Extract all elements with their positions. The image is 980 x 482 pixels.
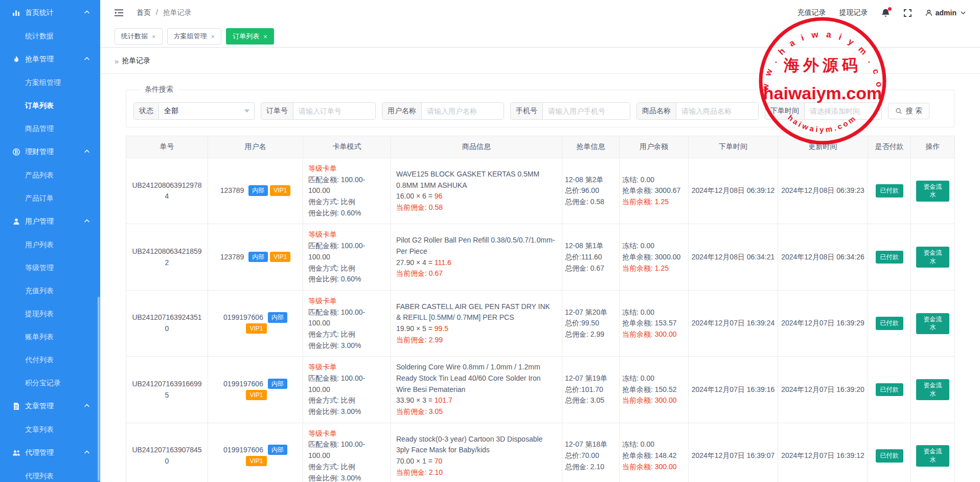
username-text: 0199197606	[223, 380, 263, 388]
user-menu[interactable]: admin	[925, 9, 967, 17]
balance-line: 抢单余额: 3000.00	[622, 252, 686, 263]
withdraw-records-link[interactable]: 提现记录	[839, 8, 868, 17]
sidebar-item-3-1[interactable]: 等级管理	[0, 256, 100, 279]
product-commission: 当前佣金: 2.99	[396, 335, 557, 346]
user-badge-内部: 内部	[248, 185, 268, 195]
username-cell: 123789内部VIP1	[208, 224, 303, 290]
sidebar-section-header-5[interactable]: 代理管理	[0, 441, 100, 465]
sidebar-section-4: 文章管理文章列表	[0, 395, 100, 441]
balance-current: 当前余额: 1.25	[622, 196, 686, 208]
tab-0[interactable]: 统计数据×	[115, 28, 163, 45]
product-info-cell: FABER CASTELL AIR GEL PEN FAST DRY INK &…	[391, 290, 562, 356]
sidebar-section-header-0[interactable]: 首页统计	[0, 1, 100, 25]
order-time-cell: 2024年12月07日 16:39:24	[689, 290, 778, 356]
balance-line: 抢单余额: 148.42	[622, 450, 686, 462]
action-cell: 资金流水	[911, 158, 955, 224]
calc-expression: 16.00 × 6 =	[396, 192, 435, 200]
sidebar-item-1-2[interactable]: 商品管理	[0, 117, 100, 140]
search-button[interactable]: 搜 索	[888, 103, 929, 119]
sidebar-item-3-3[interactable]: 提现列表	[0, 302, 100, 325]
fund-flow-button[interactable]: 资金流水	[916, 379, 949, 400]
sidebar-item-2-1[interactable]: 产品订单	[0, 187, 100, 210]
filter-label: 手机号	[511, 103, 543, 119]
grab-line: 总佣金: 2.99	[565, 329, 617, 340]
sidebar-scrollbar[interactable]	[98, 297, 100, 481]
breadcrumb-separator: /	[156, 8, 158, 16]
sidebar-item-1-1[interactable]: 订单列表	[0, 94, 100, 117]
mode-line: 匹配金额: 100.00-100.00	[308, 439, 385, 461]
sidebar-item-3-6[interactable]: 积分宝记录	[0, 371, 100, 395]
mode-line: 佣金比例: 3.00%	[308, 473, 385, 482]
page-title: 抢单记录	[122, 56, 150, 65]
coin-icon	[12, 148, 20, 156]
filter-input-3[interactable]	[543, 103, 630, 119]
tab-2[interactable]: 订单列表×	[226, 28, 274, 45]
sidebar-item-4-0[interactable]: 文章列表	[0, 418, 100, 441]
recharge-records-link[interactable]: 充值记录	[797, 8, 826, 17]
sidebar-section-header-1[interactable]: 抢单管理	[0, 48, 100, 71]
sidebar-item-3-4[interactable]: 账单列表	[0, 325, 100, 348]
order-number-cell: UB2412080639129784	[126, 158, 208, 224]
sidebar-item-3-2[interactable]: 充值列表	[0, 279, 100, 302]
sidebar-section-header-2[interactable]: 理财管理	[0, 140, 100, 164]
user-badge-内部: 内部	[268, 312, 287, 322]
sidebar-section-header-4[interactable]: 文章管理	[0, 395, 100, 418]
column-header-5: 用户余额	[620, 136, 689, 158]
balance-line: 冻结: 0.00	[622, 439, 686, 450]
fund-flow-button[interactable]: 资金流水	[916, 313, 949, 334]
username-text: 123789	[220, 253, 244, 261]
sidebar-item-0-0[interactable]: 统计数据	[0, 25, 100, 48]
filter-input-4[interactable]	[676, 103, 758, 119]
sidebar-item-3-5[interactable]: 代付列表	[0, 348, 100, 371]
fund-flow-button[interactable]: 资金流水	[916, 445, 949, 466]
status-select[interactable]: 全部	[159, 103, 254, 119]
fund-flow-button[interactable]: 资金流水	[916, 247, 949, 268]
fund-flow-button[interactable]: 资金流水	[916, 181, 949, 202]
sidebar-section-label: 抢单管理	[25, 55, 84, 64]
topbar: 首页 / 抢单记录 充值记录 提现记录 admin	[100, 0, 980, 26]
paid-status-badge[interactable]: 已付款	[876, 383, 903, 397]
flame-icon	[12, 55, 20, 63]
sidebar-section-label: 理财管理	[25, 147, 84, 157]
collapse-menu-icon[interactable]	[115, 9, 124, 17]
calc-result: 101.7	[435, 396, 452, 404]
select-caret-icon	[244, 109, 249, 113]
tab-close-icon[interactable]: ×	[211, 33, 215, 40]
tab-close-icon[interactable]: ×	[263, 33, 267, 40]
sidebar-section-header-3[interactable]: 用户管理	[0, 210, 100, 233]
sidebar-section-3: 用户管理用户列表等级管理充值列表提现列表账单列表代付列表积分宝记录	[0, 210, 100, 395]
filter-label: 状态	[134, 103, 159, 119]
sidebar-item-1-0[interactable]: 方案组管理	[0, 71, 100, 94]
product-name: Soldering Core Wire 0.8mm / 1.0mm / 1.2m…	[396, 362, 557, 395]
column-header-1: 用户名	[208, 136, 303, 158]
grab-line: 总佣金: 2.10	[565, 462, 617, 473]
sidebar-item-5-0[interactable]: 代理列表	[0, 465, 100, 482]
paid-status-badge[interactable]: 已付款	[876, 184, 903, 198]
balance-cell: 冻结: 0.00抢单余额: 148.42当前余额: 300.00	[620, 423, 689, 482]
column-header-4: 抢单信息	[562, 136, 620, 158]
filter-input-1[interactable]	[293, 103, 375, 119]
fullscreen-icon[interactable]	[903, 9, 912, 17]
paid-status-cell: 已付款	[868, 158, 911, 224]
sidebar-item-3-0[interactable]: 用户列表	[0, 233, 100, 256]
action-cell: 资金流水	[911, 290, 955, 356]
grab-info-cell: 12-07 第19单总价:101.70总佣金: 3.05	[562, 357, 620, 423]
sidebar-item-2-0[interactable]: 产品列表	[0, 164, 100, 187]
filter-input-5[interactable]	[805, 103, 881, 119]
tab-1[interactable]: 方案组管理×	[167, 28, 222, 45]
breadcrumb-home[interactable]: 首页	[136, 8, 151, 16]
order-number-cell: UB2412071639166995	[126, 357, 208, 423]
product-calc: 27.90 × 4 = 111.6	[396, 257, 557, 269]
paid-status-badge[interactable]: 已付款	[876, 449, 903, 463]
column-header-3: 商品信息	[391, 136, 562, 158]
sidebar-section-label: 文章管理	[25, 402, 84, 411]
tab-close-icon[interactable]: ×	[152, 33, 156, 40]
paid-status-badge[interactable]: 已付款	[876, 251, 903, 264]
calc-result: 111.6	[435, 258, 451, 267]
balance-line: 冻结: 0.00	[622, 307, 686, 318]
paid-status-badge[interactable]: 已付款	[876, 317, 903, 330]
table-row: UB24120716391669950199197606内部VIP1等级卡单匹配…	[126, 357, 955, 423]
notification-bell-icon[interactable]	[881, 8, 890, 17]
sidebar-section-label: 用户管理	[25, 217, 84, 226]
filter-input-2[interactable]	[422, 103, 504, 119]
